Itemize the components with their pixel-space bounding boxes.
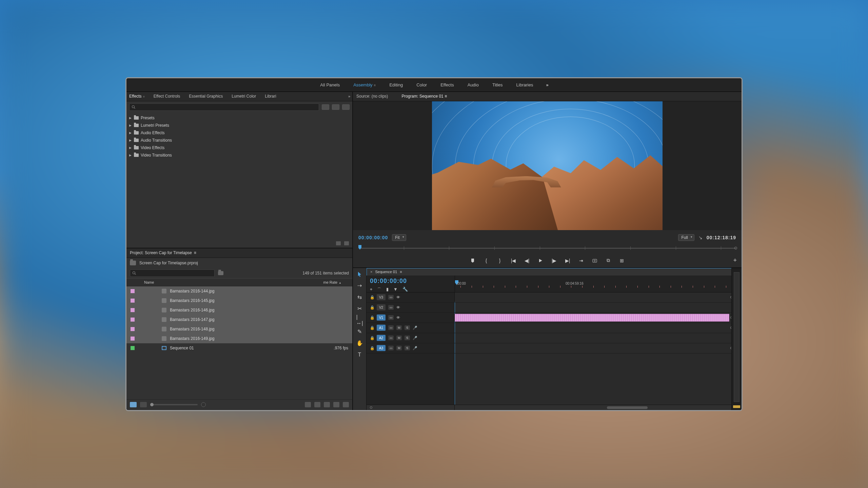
effects-folder-video-effects[interactable]: ▶Video Effects [129,144,350,151]
thumbnail-zoom-slider[interactable] [150,404,198,405]
program-current-timecode[interactable]: 00:00:00:00 [358,235,388,240]
track-header-a3[interactable]: 🔒A3▭MS🎤 [367,343,454,353]
track-select-tool[interactable]: ⇢ [356,282,363,289]
lock-icon[interactable]: 🔒 [370,295,374,300]
project-item[interactable]: Barnastars 2016-147.jpg [126,315,352,324]
bin-icon[interactable] [130,261,136,265]
program-scrubber[interactable] [358,245,736,252]
effects-folder-presets[interactable]: ▶Presets [129,114,350,122]
track-header-v2[interactable]: 🔒V2▭👁 [367,303,454,313]
timeline-settings-icon[interactable]: 🔧 [402,287,408,293]
tab-program-monitor[interactable]: Program: Sequence 01 ≡ [401,94,447,99]
new-item-button[interactable] [333,402,339,407]
project-item[interactable]: Barnastars 2016-148.jpg [126,324,352,334]
delete-icon[interactable] [344,241,349,245]
new-bin-icon[interactable] [218,271,223,275]
playhead-icon[interactable] [358,245,361,250]
selection-tool[interactable] [356,271,363,278]
eye-icon[interactable]: 👁 [396,295,400,299]
panel-menu-icon[interactable]: ≡ [143,95,144,98]
timeline-clip[interactable] [455,314,729,322]
panel-menu-icon[interactable]: ≡ [443,94,447,99]
linked-selection-toggle[interactable]: ⌒ [377,287,381,293]
panel-menu-icon[interactable]: ≡ [400,270,402,274]
snap-toggle[interactable]: ⌖ [370,287,372,293]
workspace-libraries[interactable]: Libraries [516,81,534,89]
effects-search-input[interactable] [129,103,319,111]
project-search-input[interactable] [130,269,215,277]
column-frame-rate[interactable]: me Rate▲ [314,280,348,284]
icon-view-button[interactable] [140,402,147,407]
solo-button[interactable]: S [405,346,410,350]
ripple-edit-tool[interactable]: ⇆ [356,294,363,301]
play-button[interactable] [537,258,544,264]
solo-button[interactable]: S [405,325,410,330]
workspace-assembly[interactable]: Assembly≡ [353,81,376,89]
workspace-overflow-icon[interactable]: » [546,82,548,87]
automate-to-sequence-icon[interactable] [305,402,311,407]
tab-essential-graphics[interactable]: Essential Graphics [188,93,223,100]
list-view-button[interactable] [130,402,137,407]
project-list-header[interactable]: Name me Rate▲ [126,278,352,286]
button-editor-icon[interactable]: + [733,257,737,264]
export-frame-button[interactable] [592,258,598,264]
workspace-audio[interactable]: Audio [467,81,479,89]
workspace-titles[interactable]: Titles [492,81,504,89]
track-area[interactable]: ▶| [455,292,731,405]
go-to-in-button[interactable]: |◀ [510,258,516,264]
timeline-horizontal-scrollbar[interactable] [367,405,731,410]
quality-dropdown[interactable]: Full [678,234,694,241]
lock-icon[interactable]: 🔒 [370,316,374,320]
project-item-sequence[interactable]: Sequence 01.976 fps [126,343,352,353]
effects-filter-32bit-icon[interactable] [332,104,339,110]
sort-icon[interactable] [201,402,206,407]
solo-button[interactable]: S [405,336,410,340]
effects-folder-video-transitions[interactable]: ▶Video Transitions [129,151,350,159]
tab-lumetri-color[interactable]: Lumetri Color [231,93,257,100]
razor-tool[interactable]: ✂ [356,305,363,312]
settings-wrench-icon[interactable]: ↘ [698,235,703,240]
scrub-end-handle[interactable] [734,247,737,249]
new-bin-button[interactable] [324,402,330,407]
pen-tool[interactable]: ✎ [356,328,363,335]
project-item[interactable]: Barnastars 2016-144.jpg [126,286,352,296]
mark-in-button[interactable]: { [483,258,489,264]
comparison-view-button[interactable]: ⧉ [605,258,611,264]
mute-button[interactable]: M [396,336,402,340]
timeline-ruler[interactable]: ;00:00 00:04:59:16 [455,276,731,292]
add-marker-toggle[interactable]: ▮ [386,287,389,293]
eye-icon[interactable]: 👁 [396,316,400,320]
track-header-v1[interactable]: 🔒V1▭👁 [367,313,454,323]
workspace-editing[interactable]: Editing [389,81,403,89]
hand-tool[interactable]: ✋ [356,340,363,347]
timeline-current-timecode[interactable]: 00:00:00:00 [370,278,451,285]
project-item[interactable]: Barnastars 2016-146.jpg [126,305,352,315]
effects-folder-audio-effects[interactable]: ▶Audio Effects [129,129,350,137]
mute-button[interactable]: M [396,325,402,330]
safe-margins-button[interactable]: ⊞ [619,258,625,264]
zoom-dropdown[interactable]: Fit [392,234,406,241]
scrollbar-thumb[interactable] [607,406,648,409]
effects-filter-accelerated-icon[interactable] [322,104,329,110]
tab-effects[interactable]: Effects≡ [129,93,145,100]
eye-icon[interactable]: 👁 [396,305,400,309]
lock-icon[interactable]: 🔒 [370,305,374,310]
new-bin-icon[interactable] [336,241,341,245]
track-header-a2[interactable]: 🔒A2▭MS🎤 [367,333,454,343]
type-tool[interactable]: T [356,351,363,358]
workspace-color[interactable]: Color [416,81,428,89]
zoom-handle-left[interactable] [370,406,372,409]
timeline-tab[interactable]: × Sequence 01 ≡ [367,268,731,276]
project-item[interactable]: Barnastars 2016-149.jpg [126,334,352,343]
sync-lock-icon[interactable]: ▭ [388,346,394,350]
lock-icon[interactable]: 🔒 [370,336,374,340]
panel-menu-icon[interactable]: ≡ [194,250,196,255]
timeline-marker-icon[interactable]: ▼ [393,287,398,293]
mute-button[interactable]: M [396,346,402,350]
voice-over-icon[interactable]: 🎤 [413,346,417,350]
track-header-a1[interactable]: 🔒A1▭MS🎤 [367,323,454,333]
workspace-all-panels[interactable]: All Panels [319,81,340,89]
lock-icon[interactable]: 🔒 [370,326,374,330]
voice-over-icon[interactable]: 🎤 [413,326,417,330]
go-to-out-button[interactable]: ▶| [565,258,571,264]
